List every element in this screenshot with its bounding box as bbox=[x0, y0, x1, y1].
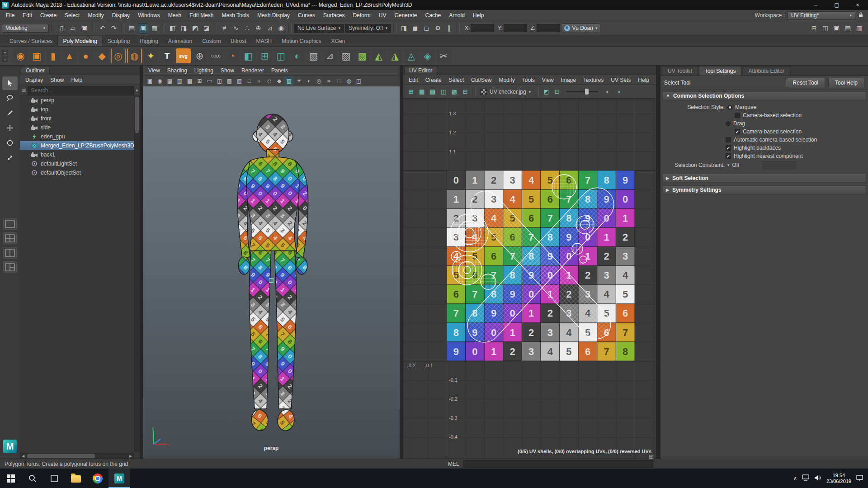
shelf-tab[interactable]: Sculpting bbox=[103, 36, 135, 46]
multisample-icon[interactable]: ∷ bbox=[334, 76, 344, 85]
attribute-editor-toggle-icon[interactable]: ▤ bbox=[843, 23, 853, 33]
search-input[interactable] bbox=[28, 86, 134, 95]
menu-item[interactable]: Edit Mesh bbox=[185, 10, 217, 21]
uv-editor-menu-item[interactable]: Tools bbox=[519, 77, 538, 83]
render-view-icon[interactable]: ◨ bbox=[399, 23, 409, 33]
spherical-projection-icon[interactable]: ◐ bbox=[290, 48, 305, 63]
uv-editor-menu-item[interactable]: Edit bbox=[405, 77, 422, 83]
character-model[interactable]: 0123456789011234567890122345678901233456… bbox=[216, 108, 330, 443]
maximize-button[interactable]: ▢ bbox=[826, 0, 847, 10]
select-camera-icon[interactable]: ▣ bbox=[145, 76, 155, 85]
divider[interactable] bbox=[121, 23, 124, 33]
radio-control[interactable] bbox=[726, 121, 731, 126]
point-mask-icon[interactable]: ◧ bbox=[167, 23, 178, 33]
tool-option-row[interactable]: Highlight backfaces bbox=[660, 144, 868, 152]
tool-help-button[interactable]: Tool Help bbox=[828, 78, 864, 87]
uv-editor-menu-item[interactable]: Cut/Sew bbox=[467, 77, 495, 83]
safe-action-icon[interactable]: □ bbox=[245, 76, 254, 85]
viewport-menu-item[interactable]: Lighting bbox=[191, 67, 217, 74]
camera-attributes-icon[interactable]: ▤ bbox=[165, 76, 175, 85]
uv-editor-menu-item[interactable]: Image bbox=[557, 77, 580, 83]
uv-editor-menu-item[interactable]: Create bbox=[422, 77, 445, 83]
selection-pivot-handle[interactable] bbox=[269, 278, 274, 283]
construction-aim-icon[interactable]: ⊕ bbox=[192, 48, 207, 63]
shelf-tab[interactable]: XGen bbox=[326, 36, 350, 46]
uv-shell-border-icon[interactable]: ◫ bbox=[439, 87, 448, 96]
line-mask-icon[interactable]: ◨ bbox=[179, 23, 189, 33]
menu-item[interactable]: Edit bbox=[19, 10, 36, 21]
outliner-menu-item[interactable]: Show bbox=[47, 77, 67, 83]
outliner-item[interactable]: side bbox=[20, 123, 140, 132]
poly-sphere-smooth-icon[interactable]: ● bbox=[78, 48, 93, 63]
viewport-menu-item[interactable]: Shading bbox=[164, 67, 191, 74]
uv-distortion-icon[interactable]: ⊟ bbox=[460, 87, 470, 96]
poly-torus-icon[interactable]: ◎ bbox=[111, 48, 126, 63]
shelf-tab[interactable]: Bifrost bbox=[226, 36, 251, 46]
uv-grid-icon[interactable]: ⊞ bbox=[406, 87, 416, 96]
snap-to-view-plane-icon[interactable]: ⊿ bbox=[264, 23, 275, 33]
volume-icon[interactable] bbox=[814, 475, 822, 482]
image-plane-icon[interactable]: ▦ bbox=[185, 76, 194, 85]
menu-item[interactable]: Mesh bbox=[164, 10, 185, 21]
outliner-menu-item[interactable]: Display bbox=[22, 77, 47, 83]
motion-blur-icon[interactable]: ≈ bbox=[324, 76, 334, 85]
open-scene-icon[interactable]: ▱ bbox=[68, 23, 78, 33]
lasso-tool-icon[interactable] bbox=[2, 91, 18, 105]
menu-item[interactable]: Mesh Tools bbox=[218, 10, 253, 21]
menu-item[interactable]: Display bbox=[108, 10, 134, 21]
checkbox-control[interactable] bbox=[726, 145, 731, 151]
save-scene-icon[interactable]: ▣ bbox=[79, 23, 90, 33]
divider[interactable] bbox=[92, 23, 95, 33]
tool-option-row[interactable]: Drag bbox=[660, 119, 868, 128]
menu-item[interactable]: Curves bbox=[294, 10, 319, 21]
three-pane-split-layout-icon[interactable] bbox=[3, 261, 17, 273]
shelf-tab[interactable]: Animation bbox=[163, 36, 197, 46]
x-coordinate-input[interactable] bbox=[471, 24, 494, 32]
sew-uv-edges-icon[interactable]: ◮ bbox=[387, 48, 402, 63]
uv-editor-menu-item[interactable]: Select bbox=[445, 77, 467, 83]
grid-layout-icon[interactable]: ⊞ bbox=[257, 48, 272, 63]
uv-gamma-icon[interactable]: ◑ bbox=[613, 87, 623, 96]
scroll-left-icon[interactable]: ◀ bbox=[20, 454, 26, 458]
shelf-tab[interactable]: Motion Graphics bbox=[277, 36, 326, 46]
ipr-render-icon[interactable]: ◻ bbox=[421, 23, 432, 33]
pause-icon[interactable]: ∥ bbox=[444, 23, 454, 33]
move-tool-icon[interactable] bbox=[2, 121, 18, 135]
pin-uv-icon[interactable]: ◈ bbox=[420, 48, 435, 63]
lock-icon[interactable] bbox=[858, 12, 863, 19]
gate-mask-icon[interactable]: ▩ bbox=[225, 76, 234, 85]
menu-item[interactable]: Generate bbox=[390, 10, 421, 21]
menu-item[interactable]: Modify bbox=[84, 10, 108, 21]
divider[interactable] bbox=[393, 23, 396, 33]
film-gate-icon[interactable]: ▭ bbox=[205, 76, 214, 85]
workspace-selector[interactable]: UV Editing* ▾ bbox=[788, 11, 855, 20]
uv-editor-menu-item[interactable]: Help bbox=[634, 77, 653, 83]
chevron-down-icon[interactable]: ▾ bbox=[136, 88, 138, 93]
snap-to-curve-icon[interactable]: ∿ bbox=[231, 23, 241, 33]
display-icon[interactable] bbox=[802, 474, 810, 482]
shelf-tab[interactable]: Custom bbox=[197, 36, 226, 46]
snap-to-projected-center-icon[interactable]: ⊕ bbox=[253, 23, 264, 33]
uv-exposure-icon[interactable]: ◐ bbox=[603, 87, 613, 96]
scrollbar-handle[interactable] bbox=[135, 97, 139, 133]
make-live-icon[interactable]: ◉ bbox=[276, 23, 286, 33]
single-pane-layout-icon[interactable] bbox=[3, 218, 17, 230]
menu-item[interactable]: Cache bbox=[421, 10, 445, 21]
horizontal-scrollbar[interactable]: ◀ ▶ bbox=[20, 453, 134, 459]
notification-center-icon[interactable] bbox=[856, 474, 863, 483]
divider[interactable] bbox=[162, 23, 165, 33]
isolate-select-icon[interactable]: ◰ bbox=[354, 76, 363, 85]
snap-to-origin-icon[interactable]: 0,0,0 bbox=[208, 48, 223, 63]
file-explorer-button[interactable] bbox=[65, 469, 87, 488]
outliner-tab[interactable]: Outliner bbox=[21, 66, 50, 75]
shadows-icon[interactable]: ◐ bbox=[304, 76, 314, 85]
divider[interactable] bbox=[214, 23, 217, 33]
menu-item[interactable]: Surfaces bbox=[319, 10, 349, 21]
viewport-menu-item[interactable]: Panels bbox=[268, 67, 292, 74]
uv-editor-menu-item[interactable]: UV Sets bbox=[607, 77, 634, 83]
snap-to-point-icon[interactable]: ∴ bbox=[242, 23, 252, 33]
wireframe-mode-icon[interactable]: ◇ bbox=[264, 76, 274, 85]
divider[interactable] bbox=[288, 23, 292, 33]
depth-of-field-icon[interactable]: ◍ bbox=[344, 76, 354, 85]
tool-option-row[interactable]: Camera-based selection bbox=[660, 128, 868, 136]
